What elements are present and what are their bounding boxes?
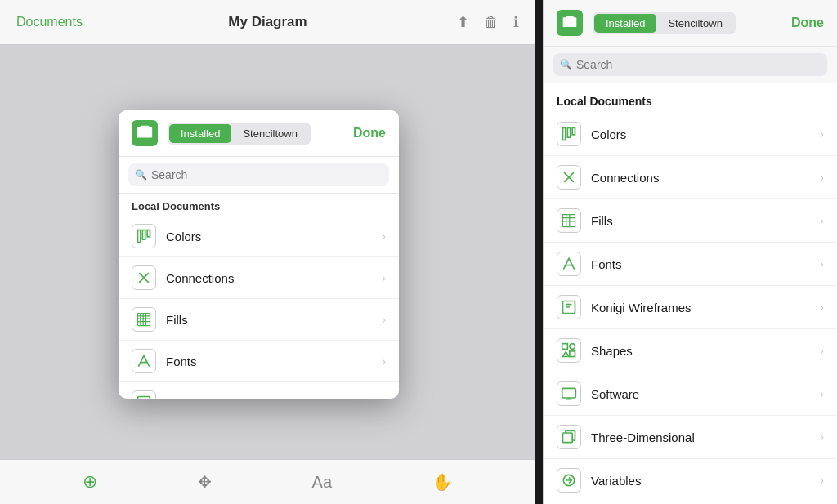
- share-icon[interactable]: ⬆: [457, 13, 469, 31]
- fills-icon: [132, 307, 156, 332]
- right-done-button[interactable]: Done: [791, 16, 824, 30]
- toolbar-icons: ⬆ 🗑 ℹ: [457, 13, 519, 31]
- popup-section-header: Local Documents: [119, 194, 399, 216]
- right-colors-label: Colors: [591, 127, 820, 141]
- svg-rect-29: [570, 351, 575, 357]
- right-fills-label: Fills: [591, 214, 820, 228]
- connections-icon: [132, 265, 156, 290]
- right-content-list: Local Documents Colors › Connections ›: [544, 83, 837, 504]
- list-item[interactable]: Konigi Wireframes ›: [544, 286, 837, 329]
- konigi-chevron: ›: [382, 396, 386, 399]
- right-variables-icon: [557, 468, 581, 493]
- right-segmented-control: Installed Stenciltown: [593, 12, 736, 34]
- list-item[interactable]: Fonts ›: [544, 243, 837, 286]
- popup-segmented-control: Installed Stenciltown: [168, 123, 311, 145]
- right-header: Installed Stenciltown Done: [544, 0, 837, 47]
- konigi-label: Konigi Wireframes: [166, 396, 382, 399]
- colors-label: Colors: [166, 230, 382, 243]
- right-3d-icon: [557, 425, 581, 449]
- right-software-chevron: ›: [820, 387, 824, 400]
- fills-chevron: ›: [382, 313, 386, 326]
- right-fonts-icon: [557, 252, 581, 276]
- right-fonts-label: Fonts: [591, 257, 820, 271]
- right-variables-label: Variables: [591, 474, 820, 488]
- right-fonts-chevron: ›: [820, 257, 824, 270]
- camera-icon: [136, 124, 154, 142]
- right-fills-chevron: ›: [820, 214, 824, 227]
- back-button[interactable]: Documents: [16, 15, 83, 29]
- right-konigi-icon: [557, 295, 581, 319]
- popup-search-wrap: [128, 163, 389, 186]
- list-item[interactable]: Colors ›: [544, 113, 837, 156]
- add-icon[interactable]: ⊕: [83, 471, 97, 493]
- right-local-section-header: Local Documents: [544, 83, 837, 113]
- right-software-icon: [557, 381, 581, 406]
- stenciltown-tab[interactable]: Stenciltown: [231, 124, 308, 143]
- list-item[interactable]: Variables ›: [544, 459, 837, 502]
- right-3d-label: Three-Dimensional: [591, 430, 820, 444]
- right-shapes-label: Shapes: [591, 344, 820, 358]
- popup-panel: Installed Stenciltown Done Local Documen…: [119, 110, 399, 399]
- list-item[interactable]: Shapes ›: [544, 329, 837, 372]
- select-icon[interactable]: ✥: [198, 472, 212, 492]
- fonts-chevron: ›: [382, 355, 386, 368]
- installed-tab[interactable]: Installed: [169, 124, 231, 143]
- popup-document-list: Colors › Connections ›: [119, 216, 399, 399]
- popup-header: Installed Stenciltown Done: [119, 110, 399, 157]
- right-shapes-icon: [557, 338, 581, 363]
- list-item[interactable]: Three-Dimensional ›: [544, 416, 837, 459]
- popup-search-bar: [119, 157, 399, 194]
- background-bottom-bar: ⊕ ✥ Aa ✋: [0, 459, 535, 504]
- list-item[interactable]: Connections ›: [544, 156, 837, 199]
- svg-rect-0: [138, 230, 141, 243]
- svg-rect-21: [563, 215, 575, 227]
- connections-label: Connections: [166, 271, 382, 285]
- fonts-label: Fonts: [166, 355, 382, 368]
- list-item[interactable]: Konigi Wireframes ›: [119, 382, 399, 399]
- fills-label: Fills: [166, 313, 382, 327]
- right-installed-tab[interactable]: Installed: [594, 14, 656, 33]
- svg-rect-17: [567, 128, 570, 138]
- right-konigi-chevron: ›: [820, 301, 824, 314]
- list-item[interactable]: Software ›: [544, 372, 837, 416]
- colors-chevron: ›: [382, 230, 386, 243]
- trash-icon[interactable]: 🗑: [484, 14, 499, 31]
- right-panel: Installed Stenciltown Done Local Documen…: [543, 0, 837, 504]
- svg-rect-5: [138, 314, 150, 326]
- right-fills-icon: [557, 208, 581, 233]
- list-item[interactable]: Colors ›: [119, 216, 399, 257]
- svg-rect-12: [138, 397, 150, 399]
- popup-search-input[interactable]: [128, 163, 389, 186]
- right-search-bar: [544, 47, 837, 83]
- info-icon[interactable]: ℹ: [513, 13, 519, 31]
- hand-icon[interactable]: ✋: [432, 472, 453, 492]
- svg-rect-2: [147, 230, 150, 237]
- right-connections-icon: [557, 165, 581, 190]
- text-icon[interactable]: Aa: [312, 473, 332, 492]
- background-title: My Diagram: [228, 14, 307, 30]
- colors-icon: [132, 224, 156, 248]
- fonts-icon: [132, 349, 156, 373]
- list-item[interactable]: Fills ›: [119, 299, 399, 341]
- right-konigi-label: Konigi Wireframes: [591, 301, 820, 314]
- right-search-wrap: [553, 53, 827, 76]
- right-cam-icon: [562, 15, 578, 31]
- svg-rect-18: [572, 128, 575, 135]
- svg-point-28: [570, 344, 575, 350]
- right-search-input[interactable]: [553, 53, 827, 76]
- svg-rect-31: [563, 433, 573, 443]
- list-item[interactable]: Fills ›: [544, 199, 837, 243]
- right-software-label: Software: [591, 387, 820, 401]
- list-item[interactable]: Fonts ›: [119, 341, 399, 382]
- svg-rect-1: [142, 230, 145, 240]
- right-connections-chevron: ›: [820, 171, 824, 184]
- svg-rect-27: [562, 344, 568, 350]
- list-item[interactable]: Connections ›: [119, 257, 399, 299]
- background-toolbar: Documents My Diagram ⬆ 🗑 ℹ: [0, 0, 535, 45]
- right-colors-icon: [557, 122, 581, 146]
- svg-rect-16: [563, 128, 566, 140]
- right-stenciltown-tab[interactable]: Stenciltown: [656, 14, 733, 33]
- popup-done-button[interactable]: Done: [353, 126, 386, 140]
- right-variables-chevron: ›: [820, 474, 824, 487]
- svg-rect-30: [562, 388, 576, 398]
